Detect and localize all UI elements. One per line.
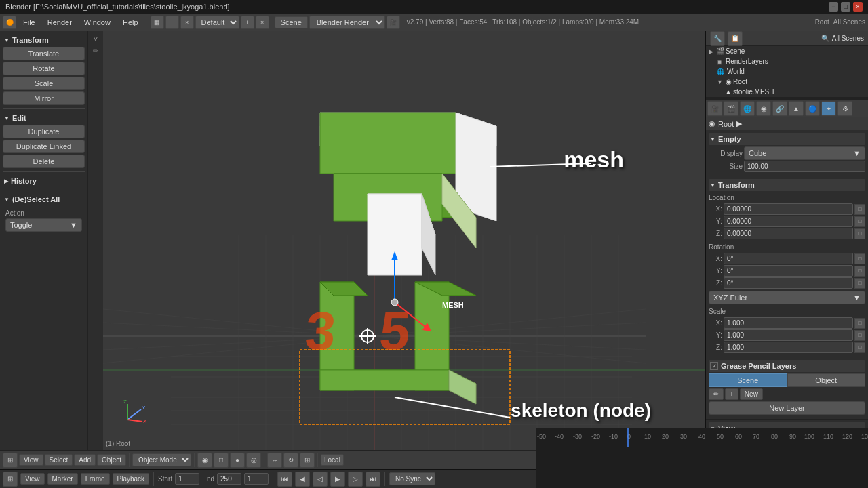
layout-select[interactable]: Default <box>195 16 239 29</box>
mirror-button[interactable]: Mirror <box>3 92 85 105</box>
rx-value[interactable]: 0° <box>724 253 853 264</box>
menu-window[interactable]: Window <box>79 17 116 28</box>
scale-button[interactable]: Scale <box>3 77 85 90</box>
sy-value[interactable]: 1.000 <box>724 329 853 341</box>
viewport-wire-icon[interactable]: □ <box>214 453 229 468</box>
outliner-renderlayers[interactable]: ▣ RenderLayers <box>706 56 868 66</box>
deselect-section-title[interactable]: ▼ (De)Select All <box>3 193 85 205</box>
viewport-solid-icon[interactable]: ● <box>230 453 245 468</box>
play-rev-btn[interactable]: ◁ <box>313 472 328 487</box>
window-controls[interactable]: − □ × <box>829 2 863 12</box>
menu-render[interactable]: Render <box>42 17 77 28</box>
constraints-icon[interactable]: 🔗 <box>772 101 787 116</box>
start-frame-input[interactable]: 1 <box>175 473 199 485</box>
gp-draw-btn[interactable]: ✏ <box>709 388 724 400</box>
tl-frame-btn[interactable]: Frame <box>81 473 110 485</box>
new-layer-btn[interactable]: New Layer <box>709 401 865 415</box>
rz-copy[interactable]: □ <box>854 278 865 289</box>
outliner-stoolie[interactable]: ▲ stoolie.MESH <box>706 87 868 97</box>
rx-copy[interactable]: □ <box>854 253 865 264</box>
history-section-title[interactable]: ▶ History <box>3 175 85 187</box>
ry-value[interactable]: 0° <box>724 265 853 277</box>
translate-button[interactable]: Translate <box>3 47 85 60</box>
rotate-icon[interactable]: ↻ <box>283 453 298 468</box>
local-btn[interactable]: Local <box>321 454 344 466</box>
viewport[interactable]: User Persp <box>103 31 705 450</box>
gp-add-btn[interactable]: + <box>725 388 738 400</box>
end-frame-input[interactable]: 250 <box>217 473 241 485</box>
layout-del-icon[interactable]: × <box>256 16 269 29</box>
screen-layout-icon[interactable]: ▦ <box>151 16 164 29</box>
scene-dropdown[interactable]: Scene <box>275 16 308 28</box>
viewport-type-icon[interactable]: ⊞ <box>3 453 18 468</box>
sy-copy[interactable]: □ <box>854 330 865 341</box>
outliner-icon-btn[interactable]: 📋 <box>728 31 743 46</box>
layout-add-icon[interactable]: + <box>241 16 254 29</box>
rotate-button[interactable]: Rotate <box>3 62 85 75</box>
duplicate-linked-button[interactable]: Duplicate Linked <box>3 140 85 153</box>
size-value[interactable]: 100.00 <box>744 161 865 172</box>
close-button[interactable]: × <box>853 2 863 12</box>
edit-section-title[interactable]: ▼ Edit <box>3 112 85 124</box>
sz-value[interactable]: 1.000 <box>724 342 853 353</box>
viewport-mat-icon[interactable]: ◎ <box>246 453 261 468</box>
outliner-root[interactable]: ▼ ◉ Root <box>706 77 868 87</box>
y-copy-btn[interactable]: □ <box>854 216 865 227</box>
scene-icon[interactable]: + <box>165 16 179 29</box>
translate-icon[interactable]: ↔ <box>267 453 282 468</box>
jump-end-btn[interactable]: ⏭ <box>366 472 380 487</box>
z-copy-btn[interactable]: □ <box>854 228 865 239</box>
minimize-button[interactable]: − <box>829 2 838 12</box>
rz-value[interactable]: 0° <box>724 277 853 289</box>
scene-tab[interactable]: Scene <box>709 373 787 387</box>
maximize-button[interactable]: □ <box>841 2 850 12</box>
blender-icon[interactable]: 🟠 <box>3 16 16 29</box>
z-value[interactable]: 0.00000 <box>724 228 853 239</box>
play-btn[interactable]: ▶ <box>330 472 345 487</box>
render-engine-select[interactable]: Blender Render <box>309 16 385 29</box>
world-props-icon[interactable]: 🌐 <box>740 101 755 116</box>
view-icon[interactable]: V <box>90 33 102 45</box>
data-icon[interactable]: ▲ <box>789 101 804 116</box>
outliner-world[interactable]: 🌐 World <box>706 66 868 77</box>
rotation-mode-dropdown[interactable]: XYZ Euler ▼ <box>709 291 865 304</box>
x-value[interactable]: 0.00000 <box>724 203 853 215</box>
jump-start-btn[interactable]: ⏮ <box>277 472 292 487</box>
particles-icon[interactable]: ✦ <box>821 101 836 116</box>
timeline-type-icon[interactable]: ⊞ <box>3 472 18 487</box>
object-tab[interactable]: Object <box>787 373 866 387</box>
render-props-icon[interactable]: 🎥 <box>707 101 722 116</box>
gp-title[interactable]: ✓ Grease Pencil Layers <box>709 360 865 372</box>
sz-copy[interactable]: □ <box>854 342 865 353</box>
x-copy-btn[interactable]: □ <box>854 204 865 215</box>
add-btn[interactable]: Add <box>74 454 96 466</box>
object-props-icon[interactable]: ◉ <box>756 101 771 116</box>
y-value[interactable]: 0.00000 <box>724 216 853 227</box>
scene-props-icon[interactable]: 🎬 <box>724 101 738 116</box>
ry-copy[interactable]: □ <box>854 266 865 277</box>
menu-help[interactable]: Help <box>117 17 144 28</box>
duplicate-button[interactable]: Duplicate <box>3 125 85 138</box>
tl-marker-btn[interactable]: Marker <box>47 473 78 485</box>
delete-button[interactable]: Delete <box>3 155 85 168</box>
outliner-scene[interactable]: ▶ 🎬 Scene <box>706 46 868 56</box>
scale-icon[interactable]: ⊞ <box>300 453 315 468</box>
properties-icon[interactable]: 🔧 <box>710 31 725 46</box>
transform-title[interactable]: ▼ Transform <box>709 179 865 191</box>
render-icon[interactable]: 🎥 <box>387 16 400 29</box>
view-btn[interactable]: View <box>19 454 43 466</box>
sync-select[interactable]: No Sync <box>389 472 435 485</box>
gp-new-btn[interactable]: New <box>740 388 763 400</box>
viewport-shade-icon[interactable]: ◉ <box>197 453 212 468</box>
tl-view-btn[interactable]: View <box>20 473 45 485</box>
sx-value[interactable]: 1.000 <box>724 317 853 329</box>
transform-section-title[interactable]: ▼ Transform <box>3 34 85 46</box>
tl-playback-btn[interactable]: Playback <box>113 473 150 485</box>
action-toggle-dropdown[interactable]: Toggle ▼ <box>5 218 82 232</box>
object-btn[interactable]: Object <box>97 454 126 466</box>
delete-scene-icon[interactable]: × <box>180 16 194 29</box>
gp-checkbox[interactable]: ✓ <box>710 362 718 370</box>
select-btn[interactable]: Select <box>45 454 73 466</box>
current-frame-input[interactable]: 1 <box>244 473 269 485</box>
mode-select[interactable]: Object Mode <box>132 453 191 466</box>
